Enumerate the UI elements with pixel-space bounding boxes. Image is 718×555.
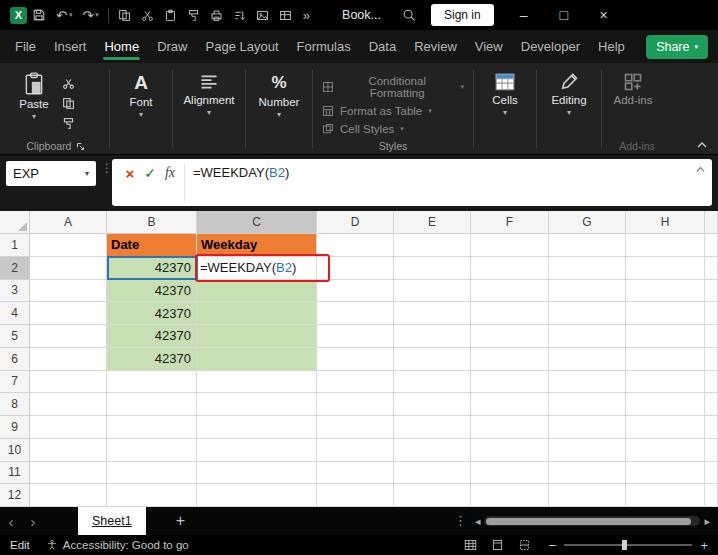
cell-E9[interactable] [394, 416, 471, 439]
cell-G1[interactable] [549, 234, 626, 257]
cell-D10[interactable] [317, 439, 394, 462]
page-layout-view-button[interactable] [491, 539, 504, 551]
tab-help[interactable]: Help [589, 30, 634, 63]
toolbar-overflow-button[interactable]: » [297, 8, 316, 23]
formula-bar-expand-button[interactable] [695, 163, 706, 174]
row-header-8[interactable]: 8 [0, 393, 30, 416]
select-all-corner[interactable] [0, 211, 30, 234]
cell-F10[interactable] [471, 439, 549, 462]
cell-B10[interactable] [107, 439, 197, 462]
picture-button[interactable] [251, 0, 274, 30]
row-header-12[interactable]: 12 [0, 484, 30, 507]
cell-B9[interactable] [107, 416, 197, 439]
cell-H3[interactable] [626, 280, 705, 303]
close-button[interactable]: × [584, 0, 624, 30]
cell-F2[interactable] [471, 257, 549, 280]
column-header-A[interactable]: A [30, 211, 107, 234]
cell-G3[interactable] [549, 280, 626, 303]
collapse-ribbon-button[interactable] [696, 140, 708, 150]
name-box[interactable]: EXP ▾ [6, 161, 96, 186]
addins-button[interactable]: Add-ins [607, 68, 659, 106]
tab-formulas[interactable]: Formulas [288, 30, 360, 63]
normal-view-button[interactable] [464, 539, 477, 551]
cell-E12[interactable] [394, 484, 471, 507]
sheet-nav-left-button[interactable]: ‹ [0, 507, 22, 535]
cell-A11[interactable] [30, 462, 107, 485]
cell-G11[interactable] [549, 462, 626, 485]
paste-button[interactable]: Paste ▾ [8, 68, 60, 121]
cell-E11[interactable] [394, 462, 471, 485]
cell-B2[interactable]: 42370 [107, 257, 197, 280]
cell-H4[interactable] [626, 302, 705, 325]
cell-D5[interactable] [317, 325, 394, 348]
cell-E5[interactable] [394, 325, 471, 348]
horizontal-scrollbar[interactable]: ◂ ▸ [475, 515, 710, 528]
sheet-tab-sheet1[interactable]: Sheet1 [78, 507, 146, 535]
cell-C7[interactable] [197, 371, 317, 394]
cancel-button[interactable]: × [120, 163, 140, 183]
undo-button[interactable]: ↶▾ [51, 0, 77, 30]
cell-C4[interactable] [197, 302, 317, 325]
column-header-D[interactable]: D [317, 211, 394, 234]
dialog-launcher-icon[interactable] [76, 142, 85, 151]
cell-F7[interactable] [471, 371, 549, 394]
zoom-slider-thumb[interactable] [622, 540, 627, 550]
cell-G2[interactable] [549, 257, 626, 280]
redo-button[interactable]: ↷▾ [77, 0, 103, 30]
tab-file[interactable]: File [6, 30, 45, 63]
table-button[interactable] [274, 0, 297, 30]
cell-H10[interactable] [626, 439, 705, 462]
cut-button[interactable] [62, 76, 75, 90]
cell-C1[interactable]: Weekday [197, 234, 317, 257]
cell-A6[interactable] [30, 348, 107, 371]
cell-C5[interactable] [197, 325, 317, 348]
cell-A4[interactable] [30, 302, 107, 325]
zoom-out-button[interactable]: − [549, 538, 557, 553]
cell-C12[interactable] [197, 484, 317, 507]
cell-H6[interactable] [626, 348, 705, 371]
cell-F3[interactable] [471, 280, 549, 303]
tab-developer[interactable]: Developer [512, 30, 589, 63]
column-header-H[interactable]: H [626, 211, 705, 234]
cell-E7[interactable] [394, 371, 471, 394]
row-header-7[interactable]: 7 [0, 371, 30, 394]
save-button[interactable] [27, 0, 51, 30]
cell-C8[interactable] [197, 393, 317, 416]
cell-F5[interactable] [471, 325, 549, 348]
scroll-left-icon[interactable]: ◂ [475, 515, 481, 528]
minimize-button[interactable]: – [504, 0, 544, 30]
row-header-5[interactable]: 5 [0, 325, 30, 348]
cell-G4[interactable] [549, 302, 626, 325]
cell-G9[interactable] [549, 416, 626, 439]
cell-E6[interactable] [394, 348, 471, 371]
cell-E10[interactable] [394, 439, 471, 462]
column-header-B[interactable]: B [107, 211, 197, 234]
tab-insert[interactable]: Insert [45, 30, 96, 63]
cell-A12[interactable] [30, 484, 107, 507]
sort-button[interactable] [228, 0, 251, 30]
sheet-menu-button[interactable]: ⋮ [446, 518, 475, 524]
formula-bar-resize-handle[interactable]: ⋮ [101, 165, 109, 171]
copy-button[interactable] [113, 0, 136, 30]
conditional-formatting-button[interactable]: Conditional Formatting ▾ [318, 74, 468, 100]
cell-H5[interactable] [626, 325, 705, 348]
cell-G6[interactable] [549, 348, 626, 371]
sign-in-button[interactable]: Sign in [431, 4, 494, 26]
insert-function-button[interactable]: fx [160, 163, 180, 183]
paste-quick-button[interactable] [159, 0, 182, 30]
cell-D9[interactable] [317, 416, 394, 439]
cell-A10[interactable] [30, 439, 107, 462]
cell-H1[interactable] [626, 234, 705, 257]
cell-C11[interactable] [197, 462, 317, 485]
column-header-E[interactable]: E [394, 211, 471, 234]
row-header-2[interactable]: 2 [0, 257, 30, 280]
cell-C9[interactable] [197, 416, 317, 439]
tab-review[interactable]: Review [405, 30, 466, 63]
tab-view[interactable]: View [466, 30, 512, 63]
cell-B11[interactable] [107, 462, 197, 485]
cell-C6[interactable] [197, 348, 317, 371]
cell-H9[interactable] [626, 416, 705, 439]
cell-H2[interactable] [626, 257, 705, 280]
cell-styles-button[interactable]: Cell Styles ▾ [318, 122, 468, 136]
formula-input[interactable]: =WEEKDAY(B2) [193, 163, 289, 180]
